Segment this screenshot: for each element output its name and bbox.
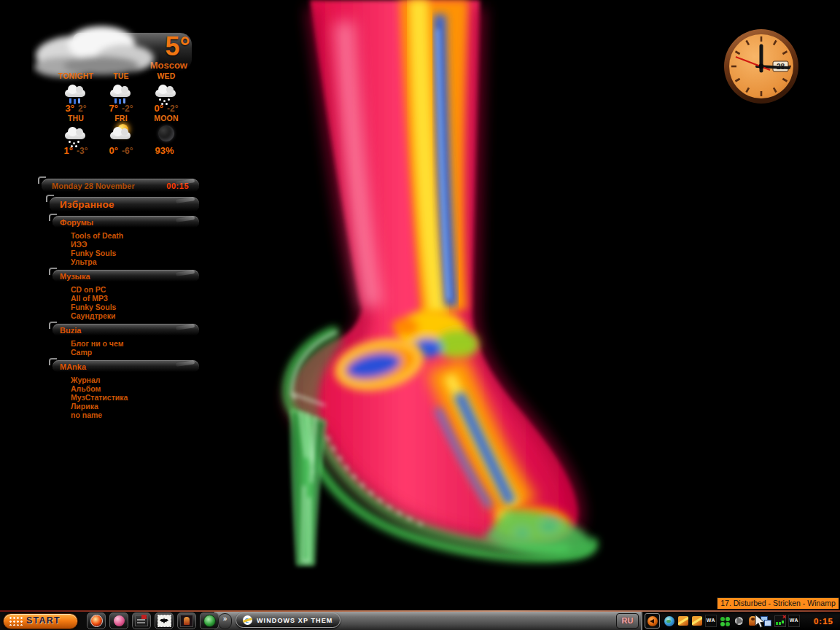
quicklaunch-pink-sphere-button[interactable] <box>109 612 128 629</box>
forecast-cell: THU 1°-3° <box>53 114 98 156</box>
favorites-title-bar[interactable]: Избранное <box>50 197 199 212</box>
analog-clock-widget: 28 <box>722 27 801 106</box>
section-items: Блог ни о чем Camp <box>71 340 199 357</box>
start-label: START <box>26 615 61 626</box>
quicklaunch-green-orb-button[interactable] <box>200 612 219 629</box>
favorites-link[interactable]: no name <box>71 411 199 419</box>
taskbar-clock[interactable]: 0:15 <box>814 617 833 626</box>
section-items: Tools of Death ИЭЭ Funky Souls Ультра <box>71 232 199 266</box>
quicklaunch-batman-button[interactable] <box>155 612 174 629</box>
favorites-link[interactable]: Ультра <box>71 258 199 266</box>
fireball-icon <box>90 615 103 627</box>
start-button[interactable]: START <box>3 613 78 629</box>
forecast-grid: TONIGHT 3°2° TUE 7°-2° WED 0°-2° THU 1°-… <box>53 71 189 156</box>
winamp-agent-tray-icon[interactable]: WA <box>788 615 800 627</box>
date-bar: Monday 28 November 00:15 <box>42 179 199 192</box>
sun-cloud-icon <box>98 123 144 145</box>
green-clover-tray-icon[interactable] <box>719 615 731 627</box>
rain-icon <box>53 81 98 103</box>
green-orb-icon <box>203 615 216 627</box>
section-header-buzia[interactable]: Buzia <box>52 324 199 336</box>
globe-tray-icon[interactable] <box>664 615 675 627</box>
forecast-cell: FRI 0°-6° <box>98 114 144 156</box>
section-header-music[interactable]: Музыка <box>52 270 199 282</box>
favorites-link[interactable]: Funky Souls <box>71 303 199 311</box>
taskbar: START » WINDOWS XP THEM... RU WA × <box>0 610 840 630</box>
favorites-link[interactable]: Tools of Death <box>71 232 199 240</box>
snow-icon <box>144 81 189 103</box>
tray-icons: WA × WA <box>664 615 800 627</box>
winamp-agent-tray-icon[interactable]: WA <box>705 615 717 627</box>
task-button-windows-xp-themes[interactable]: WINDOWS XP THEM... <box>236 612 341 628</box>
left-arrow-icon <box>648 616 658 626</box>
current-temperature: 5° <box>166 34 190 60</box>
favorites-link[interactable]: Блог ни о чем <box>71 340 199 348</box>
favorites-link[interactable]: Лирика <box>71 402 199 411</box>
audio-mixer-icon <box>135 615 148 626</box>
favorites-link[interactable]: Журнал <box>71 376 199 384</box>
forecast-cell: TONIGHT 3°2° <box>53 71 98 114</box>
favorites-link[interactable]: МузСтатистика <box>71 394 199 402</box>
quicklaunch-mixer-button[interactable] <box>132 612 151 629</box>
forecast-cell: MOON 93% <box>144 114 189 156</box>
tray-collapse-button[interactable] <box>645 613 660 629</box>
time-label: 00:15 <box>166 182 189 190</box>
system-tray: WA × WA 0:15 <box>641 612 840 630</box>
quicklaunch-overflow-button[interactable]: » <box>218 613 232 629</box>
forecast-cell: TUE 7°-2° <box>98 71 144 114</box>
section-items: CD on PC All of MP3 Funky Souls Саундтре… <box>71 286 199 320</box>
gear-tray-icon[interactable] <box>733 615 744 627</box>
quicklaunch-fireball-button[interactable] <box>87 612 106 629</box>
language-indicator[interactable]: RU <box>616 613 639 629</box>
orange-pencil-tray-icon[interactable] <box>691 615 703 627</box>
winamp-tooltip: 17. Disturbed - Stricken - Winamp <box>717 597 839 610</box>
section-items: Журнал Альбом МузСтатистика Лирика no na… <box>71 376 199 419</box>
quick-launch <box>87 612 219 629</box>
favorites-link[interactable]: Camp <box>71 349 199 357</box>
favorites-link[interactable]: Саундтреки <box>71 312 199 320</box>
section-header-forums[interactable]: Форумы <box>52 216 199 228</box>
snow-icon <box>53 123 98 145</box>
favorites-link[interactable]: Funky Souls <box>71 249 199 257</box>
favorites-title: Избранное <box>60 199 114 210</box>
pink-sphere-icon <box>114 615 125 626</box>
forecast-cell: WED 0°-2° <box>144 71 189 114</box>
internet-explorer-icon <box>243 615 252 625</box>
favorites-widget: Monday 28 November 00:15 Избранное Форум… <box>42 179 199 421</box>
led-meter-tray-icon[interactable]: × <box>774 615 786 627</box>
section-header-manka[interactable]: MAnka <box>52 360 199 373</box>
favorites-link[interactable]: All of MP3 <box>71 295 199 303</box>
favorites-link[interactable]: Альбом <box>71 385 199 393</box>
favorites-link[interactable]: ИЭЭ <box>71 241 199 249</box>
weather-widget: 5° Moscow TONIGHT 3°2° TUE 7°-2° WED 0°-… <box>33 20 199 160</box>
mouse-cursor <box>755 614 766 629</box>
start-dots-icon <box>9 616 23 626</box>
date-label: Monday 28 November <box>52 182 135 190</box>
favorites-link[interactable]: CD on PC <box>71 286 199 294</box>
batman-stamp-icon <box>158 615 171 627</box>
orange-pencil-tray-icon[interactable] <box>677 615 689 627</box>
artwork-icon <box>180 615 193 627</box>
moon-icon <box>144 123 189 145</box>
rain-icon <box>98 81 144 103</box>
quicklaunch-artwork-button[interactable] <box>177 612 196 629</box>
